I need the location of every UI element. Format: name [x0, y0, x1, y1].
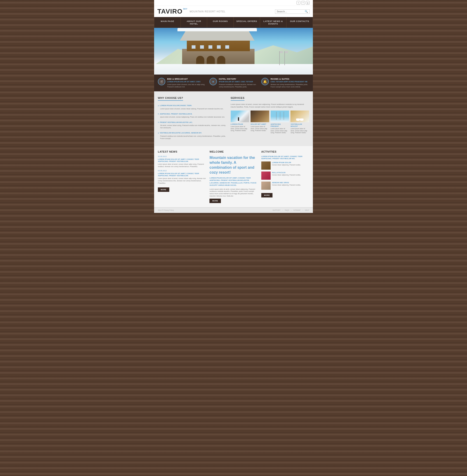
footer-link-help[interactable]: HELP [305, 209, 309, 211]
logo[interactable]: TAVIRO SKY [157, 8, 187, 15]
news-item-0: 20.09.2013 LOREM IPSUM DOLOR SIT AMET, C… [158, 155, 206, 168]
twitter-icon[interactable]: t [297, 1, 300, 5]
news-item-1: 09.09.2013 LOREM IPSUM DOLOR SIT AMET, C… [158, 170, 206, 184]
why-choose-list: LOREM IPSUM DOLORCONSEC TEER. Lorem ipsu… [158, 104, 226, 140]
activities-section: ACTIVITIES LOREM IPSUM DOLOR SIT AMET, C… [261, 150, 309, 203]
info-block-breakfast: 🍴 BED & BREAKFAST LOREM IPSUM DOLOR SIT … [158, 78, 206, 88]
nav-main-page[interactable]: MAIN PAGE [154, 17, 181, 28]
search-icon[interactable]: 🔍 [305, 10, 308, 13]
nav-news[interactable]: LATEST NEWS & EVENTS [260, 17, 286, 28]
news-title-0[interactable]: LOREM IPSUM DOLOR SIT AMET, CONSEC TEER … [158, 158, 206, 163]
activity-text-1: Consec tetuer adipiscing. Praesent vestb… [272, 174, 301, 176]
service-card-3: VESTIBULUM MOLEST Lorem ipsum dolor sit … [290, 110, 309, 134]
activity-title-1: NULLA FACILISI [272, 172, 301, 174]
activities-title: ACTIVITIES [261, 150, 309, 153]
services-grid: LOREM IPSUM Lorem ipsum dolor sit amet, … [231, 110, 309, 134]
service-card-text-2: Lorem ipsum dolor sit amet, consec tetue… [271, 128, 289, 134]
main-nav: MAIN PAGE ABOUT OUR HOTEL OUR ROOMS SPEC… [154, 17, 313, 28]
welcome-more-button[interactable]: MORE [209, 199, 221, 203]
news-title-1[interactable]: LOREM IPSUM DOLOR SIT AMET, CONSEC TEER … [158, 172, 206, 177]
activity-text-2: Consec tetuer adipiscing. Praesent vestb… [272, 184, 301, 186]
info-title-1: HOTEL HISTORY [219, 78, 257, 80]
footer-link-faqs[interactable]: FAQS [285, 209, 289, 211]
service-card-2: ADIPISCING PRESENT Lorem ipsum dolor sit… [271, 110, 289, 134]
activity-item-1: NULLA FACILISI Consec tetuer adipiscing.… [261, 172, 309, 180]
info-subtitle-2: CSEC TETUER ADIPI SCING PRAESENT VIB [271, 81, 309, 83]
why-item-title-1[interactable]: ADIPISCING. PRSENT VESTIBULUM M. [158, 112, 226, 115]
service-card-title-0: LOREM IPSUM [231, 123, 249, 125]
why-item-text-2: Sit amet, consec tetuer acing. Praesent … [158, 124, 226, 129]
why-choose-title: WHY CHOOSE US? [158, 96, 183, 101]
why-item-0: LOREM IPSUM DOLORCONSEC TEER. Lorem ipsu… [158, 104, 226, 110]
activity-thumb-2 [261, 182, 271, 190]
latest-news-title: LATEST NEWS [158, 150, 206, 153]
info-title-0: BED & BREAKFAST [167, 78, 206, 80]
nav-offers[interactable]: SPECIAL OFFERS [234, 17, 260, 28]
service-card-text-3: Lorem ipsum dolor sit amet, consec tetue… [290, 128, 309, 134]
service-img-lift [271, 110, 289, 122]
info-strip: 🍴 BED & BREAKFAST LOREM IPSUM DOLOR SIT … [154, 75, 313, 91]
service-img-ski [231, 110, 249, 122]
nav-about[interactable]: ABOUT OUR HOTEL [181, 17, 207, 28]
info-block-history: ★ HOTEL HISTORY IPSUM DOLOR SIT AMET, CS… [209, 78, 257, 88]
main-content: WHY CHOOSE US? LOREM IPSUM DOLORCONSEC T… [154, 91, 313, 146]
news-date-1: 09.09.2013 [158, 170, 206, 172]
news-date-0: 20.09.2013 [158, 155, 206, 158]
services-title: SERVICES [231, 96, 245, 101]
hero-slider: ‹ › [154, 28, 313, 75]
activities-link[interactable]: LOREM IPSUM DOLOR SIT AMET, CONSEC TEER … [261, 155, 309, 160]
welcome-section: WELCOME Mountain vacation for the whole … [209, 150, 257, 203]
info-text-0: Lorem ipsum dolor sit amet, conc tetu er… [167, 83, 206, 88]
service-card-text-1: Lorem ipsum dolor sit amet, consec tetue… [250, 126, 269, 132]
search-box: 🔍 [275, 9, 310, 14]
welcome-highlight: LOREM IPSUM DOLOR SIT AMET, CONSEC TEER … [209, 177, 257, 187]
rooms-icon: 🔔 [261, 78, 269, 85]
ground-snow [154, 64, 313, 75]
why-choose-section: WHY CHOOSE US? LOREM IPSUM DOLORCONSEC T… [158, 95, 226, 142]
breakfast-icon: 🍴 [158, 78, 165, 85]
latest-news-section: LATEST NEWS 20.09.2013 LOREM IPSUM DOLOR… [158, 150, 206, 203]
why-item-title-3[interactable]: VESTIBULUM MOLESTIE LACUIRHS. AENEON MY. [158, 131, 226, 135]
why-item-text-0: Lorem ipsum dolor sit amet, consec tetue… [158, 108, 226, 110]
footer-copyright: 2014 © Privacy Policy [158, 209, 174, 211]
activity-text-0: Consec tetuer adipiscing. Praesent vestb… [272, 164, 301, 166]
why-item-1: ADIPISCING. PRSENT VESTIBULUM M. Ipsum d… [158, 112, 226, 118]
activities-more-button[interactable]: MORE [261, 193, 273, 197]
why-item-3: VESTIBULUM MOLESTIE LACUIRHS. AENEON MY.… [158, 131, 226, 140]
service-card-text-0: Lorem ipsum dolor sit amet, consec tetue… [231, 126, 249, 132]
activity-item-2: AENEAN NEC EROS Consec tetuer adipiscing… [261, 182, 309, 190]
activity-thumb-0 [261, 162, 271, 170]
why-item-text-3: Praesent vestibuu lum molestie lacuirhs/… [158, 135, 226, 140]
nav-rooms[interactable]: OUR ROOMS [207, 17, 234, 28]
news-text-1: Lorem ipsum dolor sit amet, consec tetue… [158, 177, 206, 184]
activity-item-0: LOREM IPSUM DOLOR Consec tetuer adipisci… [261, 162, 309, 170]
nav-contacts[interactable]: OUR CONTACTS [286, 17, 313, 28]
why-item-text-1: Ipsum dolor sit amet, consec tadipiscing… [158, 116, 226, 118]
service-card-title-1: DOLOR SET AMET [250, 123, 269, 125]
why-item-title-2[interactable]: PRSENT VESTIBULUM MOLESTIE LAC. [158, 121, 226, 124]
hero-image [154, 28, 313, 75]
googleplus-icon[interactable]: g [306, 1, 310, 5]
welcome-big-text: Mountain vacation for the whole family. … [209, 155, 257, 175]
news-text-0: Lorem ipsum dolor sit amet, consec tetue… [158, 163, 206, 168]
service-img-spa [250, 110, 269, 122]
news-more-button[interactable]: MORE [158, 187, 169, 192]
logo-subtitle: MOUNTAIN RESORT HOTEL [190, 10, 226, 13]
activity-thumb-1 [261, 172, 271, 180]
header: TAVIRO SKY MOUNTAIN RESORT HOTEL 🔍 [154, 6, 313, 17]
services-section: SERVICES Lorem ipsum dolor sit amet, con… [231, 95, 309, 142]
activity-title-0: LOREM IPSUM DOLOR [272, 162, 301, 163]
info-text-1: Praesent vestibaum molestie lacuiirhs. A… [219, 83, 257, 88]
service-card-title-2: ADIPISCING PRESENT [271, 123, 289, 127]
lower-section: LATEST NEWS 20.09.2013 LOREM IPSUM DOLOR… [154, 146, 313, 207]
history-icon: ★ [209, 78, 217, 85]
footer-link-support[interactable]: SUPPORT [272, 209, 280, 211]
info-title-2: ROOMS & SUITES [271, 78, 309, 80]
search-input[interactable] [277, 10, 305, 13]
info-subtitle-0: LOREM IPSUM DOLOR SIT AMET, CSEC [167, 81, 206, 83]
service-card-0: LOREM IPSUM Lorem ipsum dolor sit amet, … [231, 110, 249, 134]
why-item-title-0[interactable]: LOREM IPSUM DOLORCONSEC TEER. [158, 104, 226, 107]
footer-link-sitemap[interactable]: SITEMAP [294, 209, 301, 211]
service-img-breakfast [290, 110, 309, 122]
facebook-icon[interactable]: f [301, 1, 305, 5]
